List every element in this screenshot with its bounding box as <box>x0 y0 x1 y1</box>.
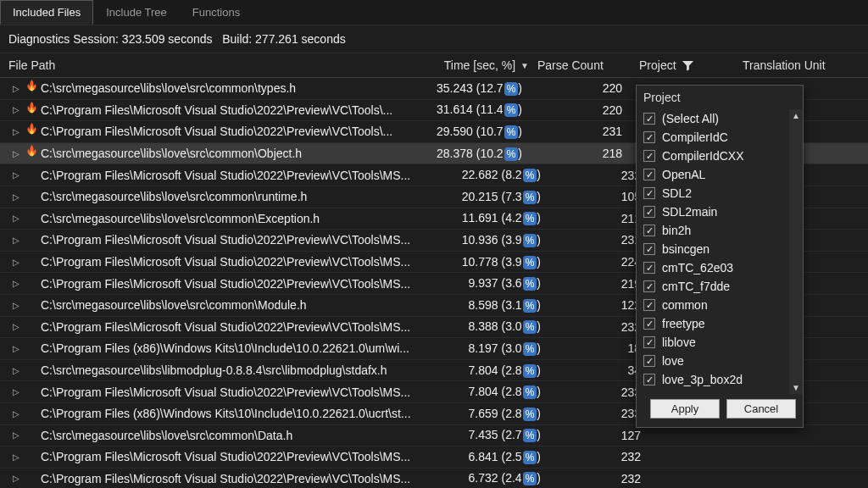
expand-icon[interactable]: ▷ <box>0 344 22 353</box>
project-filter-item[interactable]: ✓bin2h <box>642 221 784 240</box>
project-filter-item[interactable]: ✓love <box>642 352 784 370</box>
expand-icon[interactable]: ▷ <box>0 430 22 440</box>
status-bar: Diagnostics Session: 323.509 seconds Bui… <box>0 25 868 53</box>
project-filter-item[interactable]: ✓liblove <box>642 333 784 352</box>
percent-badge: % <box>504 147 519 161</box>
expand-icon[interactable]: ▷ <box>0 236 22 245</box>
project-filter-item-label: cmTC_62e03 <box>662 261 733 274</box>
expand-icon[interactable]: ▷ <box>0 409 22 419</box>
parse-count-cell: 233 <box>541 407 641 420</box>
checkbox-icon[interactable]: ✓ <box>643 169 655 180</box>
project-filter-item[interactable]: ✓SDL2 <box>642 184 784 202</box>
checkbox-icon[interactable]: ✓ <box>643 336 655 348</box>
checkbox-icon[interactable]: ✓ <box>643 150 655 162</box>
apply-button[interactable]: Apply <box>650 399 720 419</box>
checkbox-icon[interactable]: ✓ <box>643 374 655 385</box>
column-project[interactable]: Project <box>631 58 734 72</box>
checkbox-icon[interactable]: ✓ <box>643 113 655 125</box>
expand-icon[interactable]: ▷ <box>0 105 22 114</box>
project-filter-item[interactable]: ✓SDL2main <box>642 202 784 221</box>
parse-count-cell: 218 <box>522 147 622 160</box>
expand-icon[interactable]: ▷ <box>0 149 22 158</box>
column-time[interactable]: Time [sec, %] ▼ <box>403 58 529 72</box>
project-filter-item[interactable]: ✓(Select All) <box>642 109 784 128</box>
time-cell: 22.682 (8.2%) <box>415 168 541 182</box>
project-filter-item-label: love_3p_box2d <box>662 373 743 386</box>
expand-icon[interactable]: ▷ <box>0 322 22 331</box>
expand-icon[interactable]: ▷ <box>0 279 22 288</box>
project-filter-item[interactable]: ✓freetype <box>642 314 784 333</box>
tab-included-files[interactable]: Included Files <box>0 0 93 25</box>
checkbox-icon[interactable]: ✓ <box>643 262 655 274</box>
project-filter-item[interactable]: ✓cmTC_f7dde <box>642 277 784 296</box>
file-path-cell: C:\Program Files\Microsoft Visual Studio… <box>41 320 415 334</box>
expand-icon[interactable]: ▷ <box>0 452 22 462</box>
checkbox-icon[interactable]: ✓ <box>643 280 655 292</box>
expand-icon[interactable]: ▷ <box>0 84 22 93</box>
table-row[interactable]: ▷C:\Program Files\Microsoft Visual Studi… <box>0 446 868 469</box>
checkbox-icon[interactable]: ✓ <box>643 318 655 330</box>
project-filter-item[interactable]: ✓bsincgen <box>642 240 784 258</box>
file-path-cell: C:\src\megasource\libs\love\src\common\O… <box>41 147 397 160</box>
expand-icon[interactable]: ▷ <box>0 474 22 483</box>
column-translation-unit[interactable]: Translation Unit <box>734 58 868 72</box>
filter-icon[interactable] <box>682 59 694 72</box>
parse-count-cell: 34 <box>541 363 641 377</box>
checkbox-icon[interactable]: ✓ <box>643 187 655 199</box>
expand-icon[interactable]: ▷ <box>0 301 22 310</box>
table-row[interactable]: ▷C:\src\megasource\libs\love\src\common\… <box>0 425 868 447</box>
percent-badge: % <box>504 103 519 117</box>
project-filter-item[interactable]: ✓CompilerIdCXX <box>642 147 784 165</box>
expand-icon[interactable]: ▷ <box>0 387 22 396</box>
column-file-path[interactable]: File Path <box>7 58 403 72</box>
time-cell: 11.691 (4.2%) <box>415 211 541 225</box>
column-parse-count[interactable]: Parse Count <box>529 58 631 72</box>
checkbox-icon[interactable]: ✓ <box>643 355 655 367</box>
checkbox-icon[interactable]: ✓ <box>643 299 655 311</box>
time-cell: 7.435 (2.7%) <box>415 428 541 442</box>
percent-badge: % <box>523 408 537 421</box>
project-filter-item[interactable]: ✓cmTC_62e03 <box>642 258 784 277</box>
expand-icon[interactable]: ▷ <box>0 366 22 375</box>
file-path-cell: C:\src\megasource\libs\love\src\common\M… <box>41 298 415 312</box>
expand-icon[interactable]: ▷ <box>0 214 22 223</box>
project-filter-item[interactable]: ✓CompilerIdC <box>642 128 784 147</box>
project-filter-item[interactable]: ✓love_3p_box2d <box>642 370 784 389</box>
percent-badge: % <box>523 191 537 204</box>
file-path-cell: C:\Program Files (x86)\Windows Kits\10\I… <box>41 407 415 420</box>
sort-desc-icon: ▼ <box>520 61 529 70</box>
checkbox-icon[interactable]: ✓ <box>643 131 655 143</box>
flame-icon <box>22 123 41 140</box>
table-row[interactable]: ▷C:\Program Files\Microsoft Visual Studi… <box>0 469 868 488</box>
percent-badge: % <box>523 169 537 182</box>
tab-include-tree[interactable]: Include Tree <box>93 0 180 25</box>
expand-icon[interactable]: ▷ <box>0 170 22 180</box>
project-filter-item-label: bsincgen <box>662 242 709 256</box>
time-cell: 20.215 (7.3%) <box>415 190 541 204</box>
percent-badge: % <box>523 472 537 485</box>
scroll-up-icon[interactable]: ▲ <box>792 111 800 120</box>
parse-count-cell: 232 <box>541 472 641 485</box>
checkbox-icon[interactable]: ✓ <box>643 243 655 255</box>
project-filter-item[interactable]: ✓common <box>642 296 784 314</box>
expand-icon[interactable]: ▷ <box>0 258 22 267</box>
time-cell: 7.659 (2.8%) <box>415 407 541 421</box>
file-path-cell: C:\src\megasource\libs\love\src\common\D… <box>41 429 415 442</box>
cancel-button[interactable]: Cancel <box>726 399 796 419</box>
scroll-down-icon[interactable]: ▼ <box>792 383 800 392</box>
checkbox-icon[interactable]: ✓ <box>643 206 655 218</box>
flame-icon <box>22 145 41 162</box>
time-cell: 28.378 (10.2%) <box>397 147 522 161</box>
time-cell: 8.388 (3.0%) <box>415 319 541 334</box>
parse-count-cell: 18 <box>541 341 641 355</box>
tab-functions[interactable]: Functions <box>180 0 253 25</box>
session-label: Diagnostics Session: <box>8 32 119 46</box>
scrollbar[interactable]: ▲ ▼ <box>789 109 803 394</box>
expand-icon[interactable]: ▷ <box>0 127 22 136</box>
parse-count-cell: 127 <box>541 429 641 442</box>
parse-count-cell: 231 <box>541 233 641 247</box>
checkbox-icon[interactable]: ✓ <box>643 225 655 236</box>
expand-icon[interactable]: ▷ <box>0 192 22 202</box>
file-path-cell: C:\Program Files\Microsoft Visual Studio… <box>41 103 397 117</box>
project-filter-item[interactable]: ✓OpenAL <box>642 165 784 184</box>
